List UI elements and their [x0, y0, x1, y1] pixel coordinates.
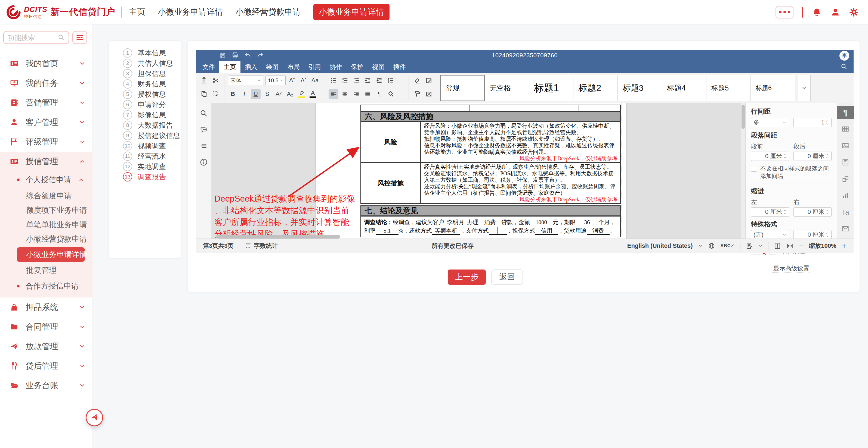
multilevel-list-button[interactable]: [351, 75, 361, 85]
document-canvas[interactable]: 六、风险及风控措施 风险 经营风险：小微企业市场竞争力弱，易受行业波动（如政策变…: [212, 103, 745, 239]
editor-menu-tab[interactable]: 引用: [304, 61, 325, 73]
sidebar-item[interactable]: 放款管理: [0, 337, 92, 356]
wizard-step[interactable]: 9 授信建议信息: [116, 130, 180, 141]
wizard-step[interactable]: 11 经营流水: [116, 151, 180, 161]
editor-side-tool-icon[interactable]: [200, 109, 208, 117]
vertical-scrollbar-thumb[interactable]: [742, 105, 745, 129]
justify-button[interactable]: [363, 89, 373, 99]
zoom-level[interactable]: 缩放100%: [809, 242, 836, 250]
right-strip-tool[interactable]: ¶: [837, 106, 854, 119]
shrink-font-button[interactable]: Aˇ: [299, 75, 308, 85]
font-name-select[interactable]: 宋体: [228, 75, 264, 85]
sidebar-item[interactable]: 评级管理: [0, 132, 92, 151]
sidebar-subitem[interactable]: 小微经营贷款申请: [0, 232, 92, 246]
sidebar-subitem[interactable]: 额度项下业务申请: [0, 203, 92, 217]
spacing-before-input[interactable]: 0 厘米: [751, 151, 789, 161]
wizard-step[interactable]: 2 共借人信息: [116, 58, 180, 68]
editor-menu-tab[interactable]: 保护: [346, 61, 368, 73]
numbered-list-button[interactable]: [340, 75, 350, 85]
superscript-button[interactable]: A²: [274, 89, 283, 99]
show-advanced-settings-link[interactable]: 显示高级设置: [772, 264, 810, 273]
sidebar-item[interactable]: 押品系统: [0, 298, 92, 317]
borders-button[interactable]: [424, 89, 434, 99]
wizard-step[interactable]: 4 财务信息: [116, 79, 180, 89]
sidebar-subitem[interactable]: 综合额度申请: [0, 188, 92, 203]
editor-menu-tab[interactable]: 插件: [389, 61, 410, 73]
sidebar-subitem[interactable]: 个人授信申请: [0, 171, 92, 188]
subscript-button[interactable]: A₂: [285, 89, 295, 99]
horizontal-scrollbar-thumb[interactable]: [216, 235, 340, 239]
format-painter-button[interactable]: [412, 89, 422, 99]
sidebar-item[interactable]: 我的任务: [0, 73, 92, 93]
editor-menu-tab[interactable]: 主页: [219, 61, 241, 73]
top-tab[interactable]: 小微经营贷款申请: [236, 6, 301, 18]
editor-side-tool-icon[interactable]: [200, 142, 208, 150]
special-format-select[interactable]: (无): [751, 230, 789, 239]
style-gallery-item[interactable]: 标题4: [662, 75, 706, 101]
highlight-color-button[interactable]: [297, 89, 306, 99]
change-case-button[interactable]: Aa: [310, 75, 320, 85]
indent-left-input[interactable]: 0 厘米: [751, 207, 789, 216]
special-format-amount[interactable]: 0 厘米: [794, 230, 832, 239]
fit-width-button[interactable]: [786, 242, 794, 249]
style-gallery-item[interactable]: 无空格: [485, 75, 529, 101]
editor-menu-tab[interactable]: 布局: [283, 61, 304, 73]
same-style-checkbox[interactable]: [751, 166, 757, 172]
wizard-step[interactable]: 12 实地调查: [116, 161, 180, 172]
sidebar-item[interactable]: 我的首页: [0, 54, 92, 73]
decrease-indent-button[interactable]: [363, 75, 373, 85]
styles-more-button[interactable]: [798, 75, 811, 101]
language-selector[interactable]: English (United States): [627, 242, 693, 249]
line-spacing-button[interactable]: [386, 75, 396, 85]
clear-format-button[interactable]: [412, 75, 422, 85]
search-input[interactable]: [8, 34, 58, 41]
track-changes-icon[interactable]: [746, 242, 753, 249]
collapse-sidebar-float-button[interactable]: [86, 409, 103, 426]
style-gallery-item[interactable]: 标题5: [706, 75, 751, 101]
style-gallery-item[interactable]: 标题2: [573, 75, 618, 101]
page-indicator[interactable]: 第3页共3页: [203, 242, 234, 250]
wizard-step[interactable]: 5 授权信息: [116, 89, 180, 99]
right-strip-tool[interactable]: [837, 173, 854, 185]
editor-side-tool-icon[interactable]: [200, 158, 208, 166]
wizard-step[interactable]: 6 申请评分: [116, 99, 180, 110]
paste-button[interactable]: [199, 75, 209, 85]
strikethrough-button[interactable]: S: [262, 89, 272, 99]
sidebar-item[interactable]: 合同管理: [0, 317, 92, 337]
spacing-after-input[interactable]: 0 厘米: [794, 151, 832, 161]
right-strip-tool[interactable]: [837, 189, 854, 202]
font-color-button[interactable]: A: [308, 89, 318, 99]
wizard-step[interactable]: 8 大数据报告: [116, 120, 180, 130]
wizard-step[interactable]: 10 视频调查: [116, 141, 180, 151]
right-strip-tool[interactable]: [837, 222, 854, 235]
notifications-bell-icon[interactable]: [812, 7, 822, 17]
italic-button[interactable]: I: [239, 89, 249, 99]
indent-right-input[interactable]: 0 厘米: [794, 207, 832, 216]
sidebar-item[interactable]: 业务台账: [0, 376, 92, 395]
bullet-list-button[interactable]: [329, 75, 338, 85]
sidebar-subitem[interactable]: 小微业务申请详情: [17, 247, 85, 262]
copy-button[interactable]: [199, 89, 209, 99]
align-left-button[interactable]: [329, 89, 338, 99]
cut-button[interactable]: [211, 75, 220, 85]
language-globe-icon[interactable]: [708, 242, 715, 249]
fit-page-button[interactable]: [774, 242, 781, 249]
editor-menu-tab[interactable]: 文件: [198, 61, 219, 73]
function-search-box[interactable]: [3, 31, 69, 44]
sidebar-item[interactable]: 贷后管理: [0, 356, 92, 376]
right-strip-tool[interactable]: [837, 139, 854, 152]
wizard-step[interactable]: 7 影像信息: [116, 110, 180, 120]
shading-fill-button[interactable]: [386, 89, 396, 99]
previous-step-button[interactable]: 上一步: [448, 270, 486, 285]
line-spacing-select[interactable]: 多: [751, 118, 789, 127]
top-tab[interactable]: 小微业务申请详情: [313, 4, 390, 21]
back-button[interactable]: 返回: [491, 270, 523, 285]
shading-button[interactable]: [424, 75, 434, 85]
sidebar-subitem[interactable]: 单笔单批业务申请: [0, 217, 92, 232]
collapse-menu-button[interactable]: [72, 31, 87, 44]
sidebar-item[interactable]: 营销管理: [0, 93, 92, 112]
increase-indent-button[interactable]: [374, 75, 384, 85]
right-strip-tool[interactable]: [837, 156, 854, 169]
style-gallery-item[interactable]: 标题3: [618, 75, 662, 101]
style-gallery-item[interactable]: 标题1: [529, 75, 574, 101]
